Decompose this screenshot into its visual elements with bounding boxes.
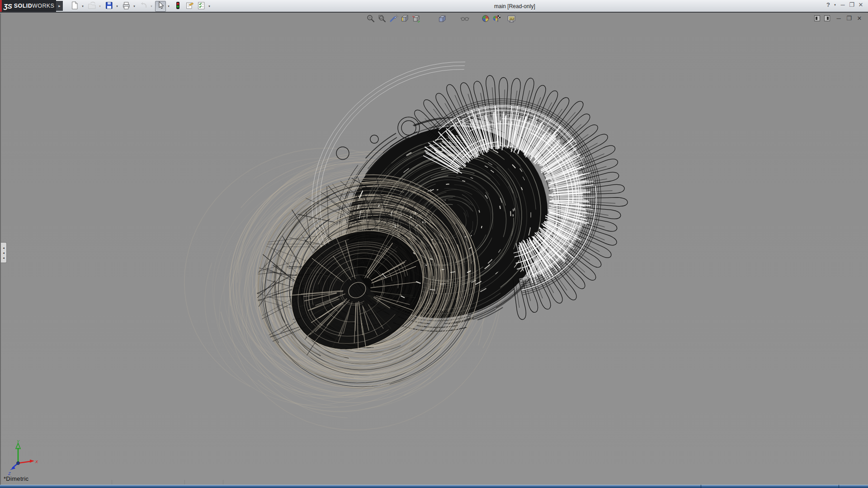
scene-flag-icon (492, 14, 502, 25)
next-document-button[interactable] (824, 15, 830, 21)
collapse-arrow-icon: ◂ (3, 245, 5, 250)
options-checklist-icon (196, 0, 206, 12)
monitor-icon (506, 14, 516, 25)
apply-scene-button[interactable] (491, 14, 502, 24)
brand-text-bold: SOLID (14, 3, 32, 9)
previous-document-button[interactable] (814, 15, 820, 21)
open-document-dropdown-icon[interactable]: ▾ (98, 5, 102, 8)
traffic-light-icon (173, 0, 183, 12)
undo-button[interactable] (138, 1, 149, 12)
help-button[interactable]: ? (824, 1, 833, 8)
restore-button[interactable]: ❐ (847, 1, 856, 8)
status-separator (184, 480, 185, 484)
view-orientation-button[interactable] (410, 14, 421, 24)
minimize-button[interactable]: ─ (838, 1, 847, 8)
select-dropdown-icon[interactable]: ▾ (166, 5, 171, 8)
new-document-icon (70, 0, 80, 12)
zoom-to-fit-button[interactable] (365, 14, 376, 24)
save-floppy-icon (104, 0, 114, 12)
menu-flyout-button[interactable]: ▸ (56, 1, 63, 11)
window-controls: ? ▾ ─ ❐ ✕ (824, 1, 865, 8)
undo-dropdown-icon[interactable]: ▾ (149, 5, 154, 8)
previous-view-button[interactable] (388, 14, 399, 24)
zoom-to-fit-icon (366, 14, 376, 25)
print-dropdown-icon[interactable]: ▾ (132, 5, 137, 8)
file-properties-button[interactable] (184, 1, 195, 12)
svg-text:Y: Y (17, 440, 20, 444)
document-restore-button[interactable]: ❐ (844, 15, 854, 22)
title-bar: ƷSSOLIDWORKS ▸ ▾▾▾▾▾▾▾ main [Read-only] … (0, 0, 868, 13)
status-separator (112, 480, 112, 484)
save-button[interactable] (104, 1, 114, 12)
options-dropdown-icon[interactable]: ▾ (207, 5, 212, 8)
edit-appearance-button[interactable] (480, 14, 491, 24)
document-title: main [Read-only] (494, 3, 535, 9)
main-toolbar: ▾▾▾▾▾▾▾ (69, 0, 212, 12)
feature-tree-flyout-handle[interactable]: ◂ ◂ ◂ (1, 242, 7, 263)
headsup-view-toolbar (365, 14, 517, 24)
color-ball-icon (481, 14, 491, 25)
document-minimize-button[interactable]: ─ (834, 15, 843, 22)
open-folder-icon (87, 0, 97, 12)
save-dropdown-icon[interactable]: ▾ (115, 5, 119, 8)
graphics-viewport[interactable]: ─ ❐ ✕ ◂ ◂ ◂ YXZ (0, 14, 868, 485)
previous-view-icon (388, 14, 398, 25)
taskbar-edge (0, 485, 868, 488)
section-view-button[interactable] (399, 14, 410, 24)
orientation-triad: YXZ (5, 440, 42, 479)
solidworks-logo-icon: ƷS (4, 2, 12, 10)
eyeglasses-icon (460, 14, 470, 25)
select-cursor-icon (156, 0, 165, 12)
brand-text-light: WORKS (32, 3, 54, 9)
print-button[interactable] (121, 1, 132, 12)
help-dropdown-icon[interactable]: ▾ (833, 3, 837, 7)
new-document-button[interactable] (69, 1, 80, 12)
hide-show-items-button[interactable] (459, 14, 470, 24)
file-properties-icon (184, 0, 194, 12)
view-orientation-label: *Dimetric (4, 475, 28, 482)
collapse-arrow-icon: ◂ (3, 255, 5, 260)
model-wireframe (1, 14, 868, 485)
document-close-button[interactable]: ✕ (855, 15, 864, 22)
display-style-button[interactable] (437, 14, 448, 24)
display-style-icon (437, 14, 447, 25)
taskbar-separator (839, 485, 839, 488)
previous-document-icon (816, 17, 817, 20)
view-settings-button[interactable] (506, 14, 517, 24)
taskbar-separator (701, 485, 701, 488)
next-document-icon (827, 17, 829, 20)
open-document-button[interactable] (86, 1, 97, 12)
document-window-controls: ─ ❐ ✕ (814, 15, 865, 22)
rebuild-button[interactable] (172, 1, 183, 12)
solidworks-logo: ƷSSOLIDWORKS (2, 0, 56, 12)
options-button[interactable] (196, 1, 207, 12)
undo-arrow-icon (138, 0, 148, 12)
collapse-arrow-icon: ◂ (3, 250, 5, 255)
new-document-dropdown-icon[interactable]: ▾ (80, 5, 85, 8)
printer-icon (121, 0, 131, 12)
status-separator (223, 480, 223, 484)
close-button[interactable]: ✕ (856, 1, 865, 8)
zoom-to-area-icon (377, 14, 387, 25)
zoom-to-area-button[interactable] (377, 14, 387, 24)
section-view-icon (400, 14, 410, 25)
svg-text:X: X (35, 460, 38, 464)
solidworks-window: { "app": { "brand_glyph": "ƷS", "brand_b… (0, 0, 868, 488)
view-orientation-icon (411, 14, 421, 25)
select-button[interactable] (155, 1, 166, 12)
